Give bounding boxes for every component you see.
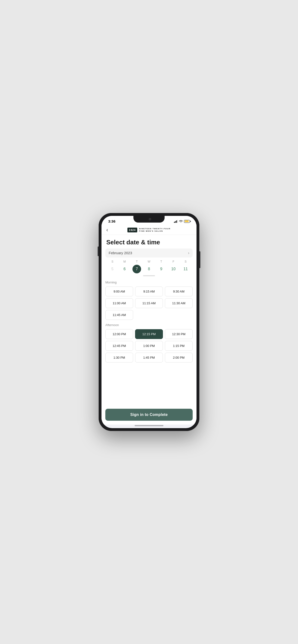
- calendar-month: February 2023: [109, 251, 132, 255]
- morning-label: Morning: [105, 280, 193, 284]
- back-button[interactable]: ‹: [106, 227, 108, 233]
- day-header-m: M: [118, 260, 131, 263]
- calendar-next-arrow[interactable]: ›: [188, 251, 189, 255]
- home-indicator: [135, 425, 163, 426]
- time-slot-1145am[interactable]: 11:45 AM: [105, 310, 133, 320]
- status-time: 3:36: [108, 219, 115, 223]
- day-header-s1: S: [106, 260, 118, 263]
- calendar-days: 5 6 7 8 9 10 11: [105, 265, 193, 273]
- calendar-day-11[interactable]: 11: [181, 265, 190, 273]
- app-header: ‹ 1924 NINETEEN TWENTY-FOUR FINE MEN'S S…: [101, 225, 197, 235]
- phone-screen: 3:36: [101, 216, 197, 428]
- day-header-f: F: [167, 260, 180, 263]
- camera: [149, 218, 151, 220]
- time-slot-1245pm[interactable]: 12:45 PM: [105, 341, 133, 351]
- time-slot-1130am[interactable]: 11:30 AM: [165, 298, 193, 308]
- time-slot-200pm[interactable]: 2:00 PM: [165, 353, 193, 362]
- time-slot-100pm[interactable]: 1:00 PM: [135, 341, 163, 351]
- signal-icon: [174, 220, 178, 223]
- time-slot-930am[interactable]: 9:30 AM: [165, 286, 193, 296]
- calendar-day-9[interactable]: 9: [157, 265, 166, 273]
- afternoon-grid: 12:00 PM 12:15 PM 12:30 PM 12:45 PM 1:00…: [105, 329, 193, 362]
- status-icons: [174, 220, 190, 223]
- day-header-w: W: [143, 260, 155, 263]
- page-title: Select date & time: [101, 235, 197, 248]
- day-header-s2: S: [180, 260, 192, 263]
- calendar-day-8[interactable]: 8: [145, 265, 153, 273]
- phone-frame: 3:36: [99, 213, 199, 431]
- time-slot-1200pm[interactable]: 12:00 PM: [105, 329, 133, 339]
- calendar-days-header: S M T W T F S: [105, 260, 193, 263]
- calendar-day-7[interactable]: 7: [132, 265, 141, 273]
- morning-grid: 9:00 AM 9:15 AM 9:30 AM 11:00 AM 11:15 A…: [105, 286, 193, 320]
- time-slot-130pm[interactable]: 1:30 PM: [105, 353, 133, 362]
- swipe-indicator: [105, 275, 193, 276]
- status-bar: 3:36: [101, 216, 197, 225]
- time-slot-1230pm[interactable]: 12:30 PM: [165, 329, 193, 339]
- time-slot-1100am[interactable]: 11:00 AM: [105, 298, 133, 308]
- calendar-day-10[interactable]: 10: [169, 265, 178, 273]
- logo-number: 1924: [127, 228, 137, 232]
- logo-tagline: NINETEEN TWENTY-FOUR FINE MEN'S SALON: [139, 228, 171, 233]
- afternoon-label: Afternoon: [105, 323, 193, 327]
- day-header-t2: T: [155, 260, 167, 263]
- bottom-bar: Sign in to Complete: [101, 406, 197, 424]
- time-slot-915am[interactable]: 9:15 AM: [135, 286, 163, 296]
- time-slot-1115am[interactable]: 11:15 AM: [135, 298, 163, 308]
- time-slot-115pm[interactable]: 1:15 PM: [165, 341, 193, 351]
- time-slot-1215pm[interactable]: 12:15 PM: [135, 329, 163, 339]
- calendar-day-6[interactable]: 6: [120, 265, 129, 273]
- time-slot-145pm[interactable]: 1:45 PM: [135, 353, 163, 362]
- time-slots-container[interactable]: Morning 9:00 AM 9:15 AM 9:30 AM 11:00 AM…: [101, 277, 197, 424]
- calendar-day-5[interactable]: 5: [108, 265, 117, 273]
- day-header-t1: T: [131, 260, 143, 263]
- sign-in-button[interactable]: Sign in to Complete: [105, 409, 193, 421]
- calendar-nav[interactable]: February 2023 ›: [105, 248, 193, 258]
- battery-icon: [184, 220, 190, 223]
- swipe-bar: [143, 275, 155, 276]
- wifi-icon: [179, 220, 183, 223]
- notch: [133, 216, 165, 222]
- calendar-section: February 2023 › S M T W T F S 5 6 7 8: [101, 248, 197, 277]
- logo-container: 1924 NINETEEN TWENTY-FOUR FINE MEN'S SAL…: [127, 228, 171, 233]
- time-slot-900am[interactable]: 9:00 AM: [105, 286, 133, 296]
- app-content: ‹ 1924 NINETEEN TWENTY-FOUR FINE MEN'S S…: [101, 225, 197, 424]
